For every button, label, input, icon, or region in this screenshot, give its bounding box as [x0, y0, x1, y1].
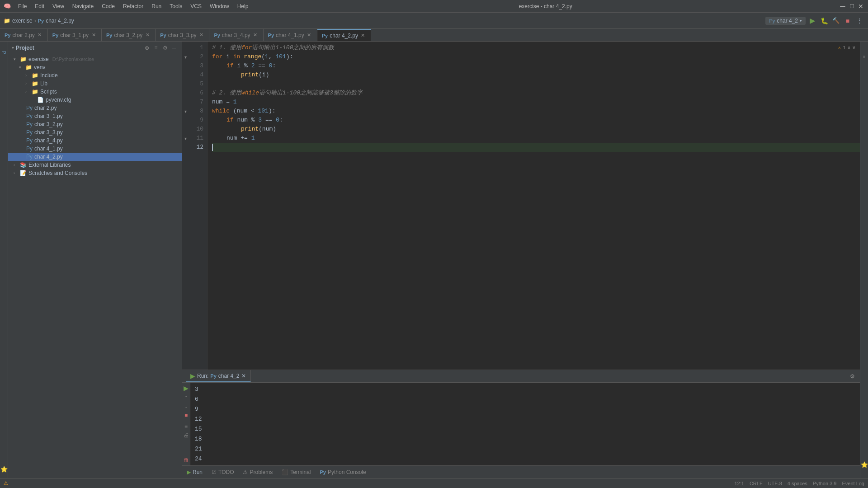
run-delete-button[interactable]: 🗑 — [183, 456, 190, 464]
tree-scripts[interactable]: › 📁 Scripts — [8, 88, 182, 96]
project-gear-button[interactable]: ⚙ — [161, 44, 169, 52]
project-locate-button[interactable]: ⊕ — [143, 44, 151, 52]
tree-venv-label: venv — [34, 64, 45, 70]
build-button[interactable]: 🔨 — [831, 16, 841, 26]
statusbar-python-version[interactable]: Python 3.9 — [813, 481, 837, 486]
bottom-tab-run[interactable]: ▶ Run — [182, 466, 207, 478]
tree-scratches-label: Scratches and Consoles — [28, 170, 87, 176]
project-hide-button[interactable]: ─ — [170, 44, 178, 52]
tab-close-char31[interactable]: ✕ — [90, 32, 97, 38]
tree-char33[interactable]: Py char 3_3.py — [8, 128, 182, 136]
tree-root-label: exercise — [28, 56, 49, 62]
warning-down-icon[interactable]: ∨ — [852, 43, 855, 52]
menu-code[interactable]: Code — [98, 2, 118, 10]
tab-icon-char2: Py — [5, 33, 10, 38]
menu-vcs[interactable]: VCS — [187, 2, 205, 10]
tree-venv[interactable]: ▾ 📁 venv — [8, 63, 182, 71]
tab-char33[interactable]: Py char 3_3.py ✕ — [156, 29, 209, 41]
tab-close-char34[interactable]: ✕ — [252, 32, 259, 38]
run-scroll-down-button[interactable]: ↓ — [183, 403, 190, 410]
tree-include-arrow: › — [25, 73, 30, 78]
statusbar-line-separator[interactable]: CRLF — [750, 481, 763, 486]
menu-window[interactable]: Window — [206, 2, 233, 10]
code-line-12[interactable] — [212, 143, 860, 152]
fold-arrow-line2[interactable]: ▾ — [183, 52, 188, 61]
favorites-sidebar-icon[interactable]: ⭐ — [0, 460, 8, 478]
menu-tools[interactable]: Tools — [166, 2, 186, 10]
statusbar-event-log[interactable]: Event Log — [842, 481, 864, 486]
tree-pyvenv[interactable]: 📄 pyvenv.cfg — [8, 96, 182, 104]
menu-navigate[interactable]: Navigate — [69, 2, 97, 10]
menu-edit[interactable]: Edit — [31, 2, 48, 10]
maximize-button[interactable]: ☐ — [848, 3, 855, 10]
tab-char41[interactable]: Py char 4_1.py ✕ — [264, 29, 317, 41]
menu-view[interactable]: View — [49, 2, 68, 10]
tab-char42[interactable]: Py char 4_2.py ✕ — [317, 29, 371, 41]
close-button[interactable]: ✕ — [857, 3, 864, 10]
run-settings-button[interactable]: ⚙ — [848, 372, 856, 380]
tab-close-char42[interactable]: ✕ — [360, 33, 366, 39]
structure-sidebar-icon[interactable]: ≡ — [861, 43, 868, 70]
run-rerun-button[interactable]: ▶ — [183, 385, 190, 392]
tab-char31[interactable]: Py char 3_1.py ✕ — [48, 29, 102, 41]
fold-arrow-line8[interactable]: ▾ — [183, 107, 188, 116]
run-tab-close-button[interactable]: ✕ — [241, 373, 246, 379]
run-sidebar: ▶ ↑ ↓ ■ ≡ 🖨 🗑 — [182, 383, 190, 465]
tree-char31[interactable]: Py char 3_1.py — [8, 112, 182, 120]
statusbar-position[interactable]: 12:1 — [735, 481, 744, 486]
titlebar-left: 🧠 File Edit View Navigate Code Refactor … — [4, 2, 252, 10]
tree-char42[interactable]: Py char 4_2.py — [8, 153, 182, 161]
tree-lib[interactable]: › 📁 Lib — [8, 80, 182, 88]
tree-char34[interactable]: Py char 3_4.py — [8, 136, 182, 145]
tree-root[interactable]: ▾ 📁 exercise D:\Python\exercise — [8, 55, 182, 63]
tab-close-char32[interactable]: ✕ — [144, 32, 151, 38]
run-scroll-up-button[interactable]: ↑ — [183, 394, 190, 401]
run-stop-button[interactable]: ■ — [183, 412, 190, 419]
debug-button[interactable]: 🐛 — [819, 16, 829, 26]
tree-char32[interactable]: Py char 3_2.py — [8, 120, 182, 128]
statusbar-warnings-icon[interactable]: ⚠ — [4, 480, 8, 486]
run-button[interactable]: ▶ — [807, 16, 817, 26]
code-editor[interactable]: ⚠ 1 ∧ ∨ # 1. 使用for语句输出1-100之间的所有偶数 for i… — [208, 42, 860, 370]
run-panel-tab-run[interactable]: ▶ Run: Py char 4_2 ✕ — [186, 370, 251, 382]
tree-external-libs[interactable]: › 📚 External Libraries — [8, 161, 182, 169]
warning-up-icon[interactable]: ∧ — [848, 43, 851, 52]
project-sidebar-icon[interactable]: P — [0, 43, 8, 61]
tree-char41[interactable]: Py char 4_1.py — [8, 145, 182, 153]
statusbar-indent[interactable]: 4 spaces — [788, 481, 807, 486]
menu-help[interactable]: Help — [234, 2, 252, 10]
bottom-tab-python-console[interactable]: Py Python Console — [316, 466, 371, 478]
tree-scripts-arrow: › — [25, 89, 30, 94]
run-config-selector[interactable]: Py char 4_2 ▾ — [765, 17, 806, 25]
project-collapse-button[interactable]: ≡ — [152, 44, 160, 52]
tab-char2[interactable]: Py char 2.py ✕ — [0, 29, 48, 41]
fold-arrow-line11[interactable]: ▾ — [183, 134, 188, 143]
tab-close-char33[interactable]: ✕ — [198, 32, 204, 38]
menu-file[interactable]: File — [14, 2, 30, 10]
tree-scratches[interactable]: › 📝 Scratches and Consoles — [8, 169, 182, 177]
bottom-tab-problems[interactable]: ⚠ Problems — [238, 466, 277, 478]
menu-refactor[interactable]: Refactor — [119, 2, 147, 10]
tree-lib-label: Lib — [40, 80, 47, 87]
minimize-button[interactable]: ─ — [839, 3, 846, 10]
menu-run[interactable]: Run — [148, 2, 165, 10]
breadcrumb-file[interactable]: char 4_2.py — [46, 18, 74, 24]
breadcrumb-root[interactable]: exercise — [12, 18, 33, 24]
bottom-tab-terminal[interactable]: ⬛ Terminal — [277, 466, 315, 478]
bottom-tab-problems-label: Problems — [250, 469, 273, 475]
tab-close-char2[interactable]: ✕ — [37, 32, 43, 38]
statusbar-encoding[interactable]: UTF-8 — [768, 481, 782, 486]
project-dropdown-icon[interactable]: ▾ — [12, 45, 14, 50]
run-print-button[interactable]: 🖨 — [183, 432, 190, 439]
code-line-7: num = 1 — [212, 98, 860, 107]
tab-char32[interactable]: Py char 3_2.py ✕ — [102, 29, 156, 41]
run-close-button[interactable]: ≡ — [183, 422, 190, 430]
favorites-right-icon[interactable]: ⭐ — [861, 451, 868, 478]
tree-include[interactable]: › 📁 Include — [8, 71, 182, 80]
tab-char34[interactable]: Py char 3_4.py ✕ — [209, 29, 263, 41]
tab-close-char41[interactable]: ✕ — [306, 32, 312, 38]
bottom-tab-todo[interactable]: ☑ TODO — [207, 466, 238, 478]
stop-button[interactable]: ■ — [843, 16, 853, 26]
more-actions-button[interactable]: ⋮ — [854, 16, 864, 26]
tree-char2[interactable]: Py char 2.py — [8, 104, 182, 112]
